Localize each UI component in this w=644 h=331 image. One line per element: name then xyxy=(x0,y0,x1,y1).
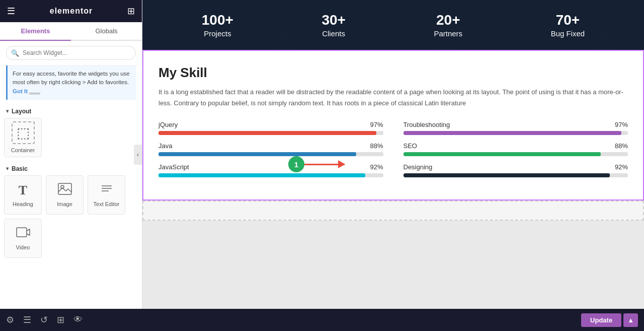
skill-jquery-header: jQuery 97% xyxy=(158,121,383,128)
container-icon: ⬚ xyxy=(12,121,35,144)
skill-jquery-name: jQuery xyxy=(158,121,178,128)
video-label: Video xyxy=(16,244,30,250)
heading-icon: T xyxy=(19,183,27,198)
settings-icon[interactable]: ⚙ xyxy=(6,314,14,325)
canvas-inner: 100+ Projects 30+ Clients 20+ Partners 7… xyxy=(142,0,644,309)
skill-seo-bar-fill xyxy=(404,152,601,156)
sidebar: ☰ elementor ⊞ Elements Globals 🔍 For eas… xyxy=(0,0,142,309)
main-area: ☰ elementor ⊞ Elements Globals 🔍 For eas… xyxy=(0,0,644,309)
info-box: For easy access, favorite the widgets yo… xyxy=(6,65,136,100)
stat-bugfixed-number: 70+ xyxy=(551,12,585,28)
skills-grid: jQuery 97% Java 88% xyxy=(158,121,628,184)
skill-troubleshooting-header: Troubleshooting 97% xyxy=(404,121,628,128)
skill-java-bar-bg xyxy=(158,152,383,156)
app-wrapper: ☰ elementor ⊞ Elements Globals 🔍 For eas… xyxy=(0,0,644,331)
skill-java-header: Java 88% xyxy=(158,142,383,150)
basic-label: Basic xyxy=(12,165,28,172)
canvas-area: 100+ Projects 30+ Clients 20+ Partners 7… xyxy=(142,0,644,309)
skill-designing-percent: 92% xyxy=(615,163,628,171)
widget-video[interactable]: Video xyxy=(4,219,42,258)
video-icon xyxy=(16,226,30,241)
widget-text-editor[interactable]: Text Editor xyxy=(88,175,125,215)
skill-jquery-percent: 97% xyxy=(370,121,383,128)
skill-javascript-bar-bg xyxy=(158,173,383,177)
text-editor-label: Text Editor xyxy=(94,201,120,207)
skill-troubleshooting-name: Troubleshooting xyxy=(404,121,450,128)
widget-container[interactable]: ⬚ Container xyxy=(4,118,42,157)
skill-designing-bar-bg xyxy=(404,173,628,177)
stat-clients: 30+ Clients xyxy=(321,12,346,38)
sidebar-tabs: Elements Globals xyxy=(0,22,142,41)
skill-javascript-percent: 92% xyxy=(370,163,383,171)
text-editor-icon xyxy=(100,183,114,198)
image-icon xyxy=(58,183,72,198)
new-section xyxy=(142,201,644,221)
tab-globals[interactable]: Globals xyxy=(71,22,142,40)
skill-seo-name: SEO xyxy=(404,142,417,150)
stat-projects-number: 100+ xyxy=(202,12,233,28)
preview-icon[interactable]: 👁 xyxy=(73,314,83,325)
widget-heading[interactable]: T Heading xyxy=(4,175,42,215)
got-it-link[interactable]: Got It xyxy=(13,88,28,94)
section-layout[interactable]: ▾ Layout xyxy=(0,104,142,118)
container-label: Container xyxy=(11,147,35,153)
hamburger-icon[interactable]: ☰ xyxy=(7,6,15,17)
skill-javascript-header: JavaScript 92% xyxy=(158,163,383,171)
stats-banner: 100+ Projects 30+ Clients 20+ Partners 7… xyxy=(142,0,644,50)
stat-projects: 100+ Projects xyxy=(202,12,233,38)
update-button[interactable]: Update xyxy=(581,313,621,327)
stat-bugfixed: 70+ Bug Fixed xyxy=(551,12,585,38)
skill-jquery: jQuery 97% xyxy=(158,121,383,135)
skill-seo-bar-bg xyxy=(404,152,628,156)
skill-troubleshooting: Troubleshooting 97% xyxy=(404,121,628,135)
bottom-bar: ⚙ ☰ ↺ ⊞ 👁 Update ▲ xyxy=(0,309,644,331)
skill-designing-name: Designing xyxy=(404,163,433,171)
bottom-bar-left: ⚙ ☰ ↺ ⊞ 👁 xyxy=(6,314,83,325)
stat-partners: 20+ Partners xyxy=(434,12,462,38)
basic-widgets: T Heading Image xyxy=(0,175,142,262)
layout-label: Layout xyxy=(12,108,31,115)
skill-java-bar-fill xyxy=(158,152,356,156)
skill-description: It is a long established fact that a rea… xyxy=(158,87,628,109)
history-icon[interactable]: ↺ xyxy=(40,314,48,325)
bottom-bar-right: Update ▲ xyxy=(581,313,638,327)
skill-java-name: Java xyxy=(158,142,172,150)
skill-designing-header: Designing 92% xyxy=(404,163,628,171)
stat-bugfixed-label: Bug Fixed xyxy=(551,29,585,38)
search-area: 🔍 xyxy=(0,41,142,65)
info-dotted: ....... xyxy=(29,88,40,94)
skill-troubleshooting-percent: 97% xyxy=(615,121,628,128)
skill-troubleshooting-bar-fill xyxy=(404,131,621,135)
app-title: elementor xyxy=(50,7,93,16)
widget-image[interactable]: Image xyxy=(46,175,84,215)
grid-icon[interactable]: ⊞ xyxy=(127,6,135,17)
skill-seo-percent: 88% xyxy=(615,142,628,150)
stat-partners-number: 20+ xyxy=(434,12,462,28)
skill-designing-bar-fill xyxy=(404,173,610,177)
skill-jquery-bar-fill xyxy=(158,131,376,135)
responsive-icon[interactable]: ⊞ xyxy=(57,314,64,325)
collapse-arrow[interactable]: ‹ xyxy=(134,145,142,165)
section-basic[interactable]: ▾ Basic xyxy=(0,161,142,175)
search-icon: 🔍 xyxy=(11,49,19,57)
layers-icon[interactable]: ☰ xyxy=(23,314,31,325)
skills-section: My Skill It is a long established fact t… xyxy=(142,50,644,201)
skill-javascript-bar-fill xyxy=(158,173,365,177)
heading-label: Heading xyxy=(13,201,33,207)
skill-javascript-name: JavaScript xyxy=(158,163,189,171)
search-input[interactable] xyxy=(6,46,136,60)
sidebar-header: ☰ elementor ⊞ xyxy=(0,0,142,22)
chevron-up-button[interactable]: ▲ xyxy=(623,313,638,327)
skill-title: My Skill xyxy=(158,65,628,81)
skill-troubleshooting-bar-bg xyxy=(404,131,628,135)
skills-left: jQuery 97% Java 88% xyxy=(158,121,383,184)
image-label: Image xyxy=(57,201,72,207)
svg-rect-0 xyxy=(58,183,71,194)
layout-chevron: ▾ xyxy=(6,108,9,114)
tab-elements[interactable]: Elements xyxy=(0,22,71,41)
stat-clients-label: Clients xyxy=(321,29,346,38)
skill-java-percent: 88% xyxy=(370,142,383,150)
skills-right: Troubleshooting 97% SEO 88% xyxy=(404,121,628,184)
skill-seo-header: SEO 88% xyxy=(404,142,628,150)
skill-seo: SEO 88% xyxy=(404,142,628,156)
